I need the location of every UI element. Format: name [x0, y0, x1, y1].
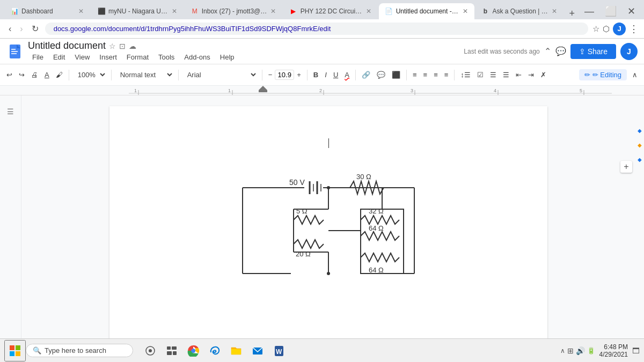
menu-format[interactable]: Format	[122, 52, 153, 62]
mail-icon[interactable]	[249, 342, 266, 359]
tab-gdoc-close[interactable]: ✕	[463, 8, 468, 15]
menu-file[interactable]: File	[28, 52, 48, 62]
right-icon-3[interactable]: ◆	[638, 157, 642, 162]
drive-icon[interactable]: ⊡	[119, 42, 126, 50]
tab-phy122[interactable]: ▶ PHY 122 DC Circuits Part 2 ✕	[283, 3, 378, 19]
right-icon-2[interactable]: ◆	[638, 142, 642, 148]
underline-button[interactable]: U	[331, 70, 340, 80]
align-justify-button[interactable]: ≡	[442, 70, 451, 80]
notification-icon[interactable]: 🗖	[632, 346, 640, 355]
bold-button[interactable]: B	[311, 70, 320, 80]
svg-marker-18	[259, 86, 267, 90]
text-color-button[interactable]: A	[342, 70, 352, 80]
doc-page: 50 V 30 Ω	[109, 106, 547, 362]
comment-button[interactable]: 💬	[375, 70, 387, 80]
align-center-button[interactable]: ≡	[421, 70, 430, 80]
style-select[interactable]: Normal text Heading 1 Heading 2	[115, 69, 174, 81]
voltage-label: 50 V	[289, 178, 305, 187]
reload-button[interactable]: ↻	[30, 23, 41, 35]
share-button[interactable]: ⇪ Share	[570, 44, 616, 59]
cloud-icon[interactable]: ☁	[129, 42, 136, 50]
avatar[interactable]: J	[620, 43, 638, 60]
minimize-button[interactable]: —	[580, 6, 598, 17]
menu-insert[interactable]: Insert	[95, 52, 121, 62]
back-button[interactable]: ‹	[6, 23, 13, 35]
extensions-icon[interactable]: ⬡	[603, 24, 610, 34]
circuit-container: 50 V 30 Ω	[161, 166, 496, 295]
redo-button[interactable]: ↪	[17, 70, 27, 80]
comments-icon[interactable]: 💬	[555, 46, 566, 56]
chevron-icon[interactable]: ∧	[560, 347, 565, 354]
bookmark-icon[interactable]: ☆	[592, 24, 599, 34]
collapse-toolbar-button[interactable]: ∧	[630, 70, 640, 80]
print-button[interactable]: 🖨	[29, 70, 40, 80]
doc-title[interactable]: Untitled document	[28, 40, 106, 51]
star-icon[interactable]: ☆	[109, 42, 116, 50]
font-select[interactable]: Arial Times New Roman Courier New	[182, 69, 258, 81]
tab-dashboard[interactable]: 📊 Dashboard ✕	[4, 3, 90, 19]
font-size-increase[interactable]: +	[295, 70, 303, 80]
tab-inbox-close[interactable]: ✕	[270, 8, 276, 15]
link-button[interactable]: 🔗	[360, 70, 372, 80]
right-icon-1[interactable]: ◆	[638, 128, 642, 134]
network-icon[interactable]: ⊞	[567, 346, 574, 355]
tab-bartleby-close[interactable]: ✕	[552, 8, 557, 15]
svg-text:5: 5	[580, 88, 582, 93]
zoom-in-button[interactable]: +	[620, 161, 632, 173]
word-icon[interactable]: W	[270, 342, 288, 359]
undo-button[interactable]: ↩	[4, 70, 14, 80]
clock[interactable]: 6:48 PM 4/29/2021	[599, 343, 628, 358]
menu-addons[interactable]: Add-ons	[180, 52, 214, 62]
address-input[interactable]	[45, 23, 588, 35]
forward-button[interactable]: ›	[18, 23, 25, 35]
app-title-area: Untitled document ☆ ⊡ ☁ File Edit View I…	[28, 40, 239, 62]
clear-format-button[interactable]: ✗	[538, 70, 548, 80]
editing-mode-button[interactable]: ✏ ✏ Editing	[579, 69, 627, 80]
list-num-button[interactable]: ☰	[501, 70, 511, 80]
menu-help[interactable]: Help	[216, 52, 239, 62]
menu-view[interactable]: View	[70, 52, 94, 62]
doc-area[interactable]: 50 V 30 Ω	[21, 95, 635, 362]
spellcheck-button[interactable]: A	[42, 70, 52, 80]
image-button[interactable]: ⬛	[390, 70, 402, 80]
battery-icon[interactable]: 🔋	[587, 347, 595, 354]
indent-right-button[interactable]: ⇥	[526, 70, 536, 80]
menu-tools[interactable]: Tools	[154, 52, 179, 62]
tab-inbox[interactable]: M Inbox (27) - jmott3@mail.ni... ✕	[185, 3, 282, 19]
maximize-button[interactable]: ⬜	[601, 5, 621, 17]
list-bullet-button[interactable]: ☰	[488, 70, 499, 80]
svg-rect-19	[259, 90, 267, 92]
italic-button[interactable]: I	[323, 70, 329, 80]
speaker-icon[interactable]: 🔊	[576, 346, 585, 355]
menu-edit[interactable]: Edit	[49, 52, 69, 62]
indent-left-button[interactable]: ⇤	[514, 70, 524, 80]
font-size-input[interactable]	[275, 70, 294, 80]
line-spacing-button[interactable]: ↕☰	[458, 70, 473, 80]
taskbar-search[interactable]: 🔍 Type here to search	[26, 344, 133, 357]
cortana-icon[interactable]	[142, 342, 159, 359]
tab-mynu-close[interactable]: ✕	[172, 8, 177, 15]
align-right-button[interactable]: ≡	[431, 70, 440, 80]
tab-mynu-title: myNU - Niagara University	[108, 8, 169, 15]
presenter-icon[interactable]: ⌃	[544, 46, 551, 56]
align-left-button[interactable]: ≡	[411, 70, 419, 80]
outline-icon[interactable]: ☰	[4, 104, 17, 119]
start-button[interactable]	[4, 340, 26, 361]
close-button[interactable]: ✕	[623, 5, 640, 17]
menu-icon[interactable]: ⋮	[629, 23, 638, 35]
font-size-decrease[interactable]: −	[266, 70, 275, 80]
chrome-icon[interactable]	[185, 342, 202, 359]
tab-dashboard-close[interactable]: ✕	[78, 8, 84, 15]
explorer-icon[interactable]	[228, 342, 245, 359]
tab-bartleby[interactable]: b Ask a Question | bartleby ✕	[475, 3, 564, 19]
new-tab-button[interactable]: +	[565, 8, 579, 19]
checklist-button[interactable]: ☑	[475, 70, 486, 80]
paint-button[interactable]: 🖌	[54, 70, 65, 80]
tab-phy122-close[interactable]: ✕	[366, 8, 371, 15]
tab-gdoc[interactable]: 📄 Untitled document - Googl... ✕	[379, 3, 474, 19]
tab-mynu[interactable]: ⬛ myNU - Niagara University ✕	[91, 3, 184, 19]
taskview-icon[interactable]	[163, 342, 180, 359]
edge-icon[interactable]	[206, 342, 223, 359]
profile-icon[interactable]: J	[613, 23, 626, 35]
zoom-select[interactable]: 100% 75% 125%	[73, 69, 107, 81]
